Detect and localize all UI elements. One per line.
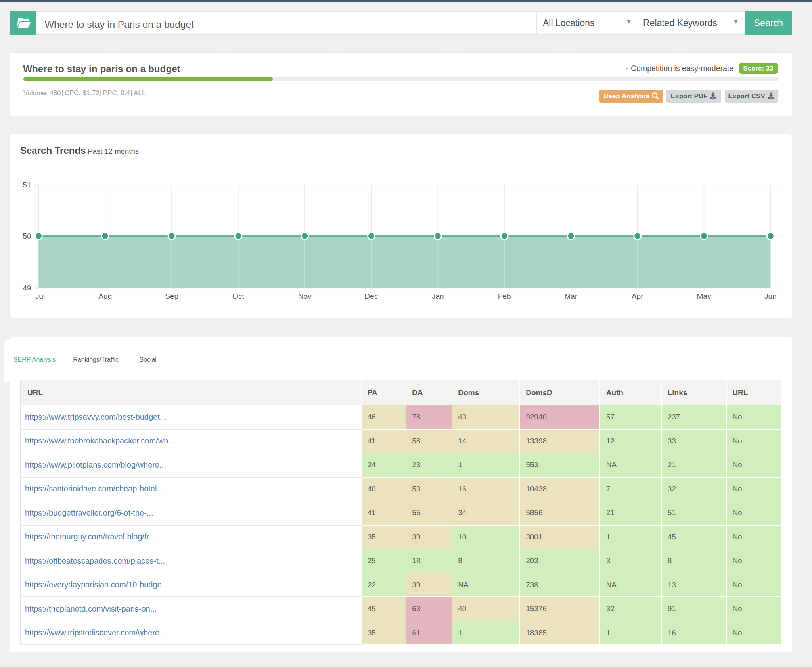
svg-text:Mar: Mar (565, 292, 578, 300)
svg-text:Jan: Jan (432, 292, 444, 300)
svg-text:Jun: Jun (764, 292, 777, 300)
svg-text:Jul: Jul (35, 292, 45, 300)
svg-text:Feb: Feb (498, 292, 511, 300)
svg-text:49: 49 (23, 284, 31, 292)
svg-text:Oct: Oct (232, 292, 244, 300)
svg-text:May: May (697, 292, 711, 300)
svg-text:50: 50 (23, 232, 31, 240)
svg-text:Apr: Apr (632, 292, 643, 300)
svg-text:51: 51 (23, 181, 31, 189)
svg-text:Nov: Nov (298, 292, 312, 300)
svg-text:Dec: Dec (365, 292, 378, 300)
svg-text:Aug: Aug (98, 292, 112, 300)
svg-text:Sep: Sep (165, 292, 178, 300)
